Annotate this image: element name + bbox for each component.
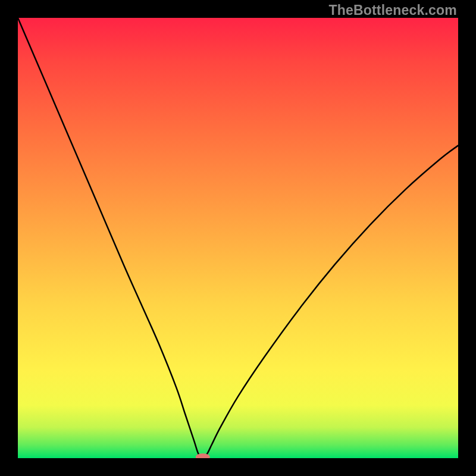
plot-area <box>18 18 458 458</box>
gradient-background <box>18 18 458 458</box>
watermark-text: TheBottleneck.com <box>328 2 457 18</box>
chart-frame: TheBottleneck.com <box>0 0 476 476</box>
bottleneck-chart <box>18 18 458 458</box>
